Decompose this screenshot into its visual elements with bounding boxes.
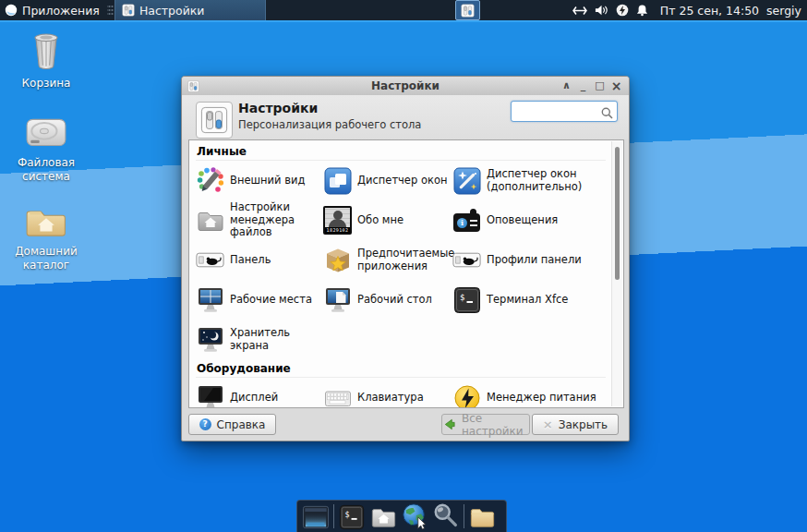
settings-item-panel[interactable]: Панель [196,240,323,280]
desktop-icon-filesystem[interactable]: Файловая система [2,116,90,184]
settings-item-notifications[interactable]: i Оповещения [452,200,609,240]
back-arrow-icon [442,417,456,431]
status-icons [572,4,648,17]
titlebar[interactable]: Настройки ∧ _ □ × [182,77,629,96]
window-manager-tweaks-icon [452,166,481,195]
titlebar-buttons: ∧ _ □ × [560,79,629,93]
search-icon[interactable] [432,502,460,530]
hardware-items-grid: Дисплей Клавиатура Менеджер питания [196,378,609,408]
applications-menu-button[interactable]: Приложения [0,0,106,20]
desktop-icon-trash[interactable]: Корзина [2,31,90,91]
preferred-applications-icon [323,246,352,274]
settings-item-about-me[interactable]: 1829102 Обо мне [323,200,452,240]
terminal-icon[interactable]: $ [338,502,366,530]
dock: $ [296,500,507,532]
desktop-icon-label: Домашний каталог [2,245,90,272]
settings-window: Настройки ∧ _ □ × Настройки Персонализац… [181,76,630,441]
settings-item-appearance[interactable]: Внешний вид [196,161,323,200]
notifications-bell-icon[interactable] [636,4,648,17]
settings-item-window-manager-tweaks[interactable]: Диспетчер окон (дополнительно) [452,161,609,200]
settings-item-power-manager[interactable]: Менеджер питания [452,378,609,408]
scrollbar-thumb[interactable] [615,147,620,280]
desktop-icon-label: Файловая система [2,156,90,184]
notifications-icon: i [452,206,481,235]
help-button[interactable]: ? Справка [188,414,276,435]
home-folder-icon [24,224,68,242]
keyboard-icon [323,383,352,408]
settings-manager-icon [196,102,233,139]
personal-items-grid: Внешний вид Диспетчер окон Диспетчер око… [196,161,609,359]
search-box [511,101,618,122]
desktop-icon-home[interactable]: Домашний каталог [2,205,90,272]
clock[interactable]: Пт 25 сен, 14:50 [660,4,759,18]
display-icon [196,383,224,408]
web-browser-icon[interactable] [401,502,428,530]
volume-icon[interactable] [595,5,608,16]
panel-grip [107,4,114,17]
power-manager-icon [452,383,481,408]
trash-icon [29,56,64,74]
file-manager-icon[interactable] [369,502,397,530]
tray-settings-manager-button[interactable] [455,0,480,20]
screen: Приложения Настройки [0,0,807,532]
appearance-icon [196,166,224,195]
applications-menu-label: Приложения [22,4,100,18]
close-icon: × [543,417,553,431]
user-menu[interactable]: sergiy [766,4,801,18]
close-button[interactable]: × [609,79,623,93]
wallpaper-highlight [0,20,807,22]
settings-item-panel-profiles[interactable]: Профили панели [452,240,609,280]
scrollbar-track[interactable] [611,141,622,406]
folder-icon[interactable] [468,502,496,530]
page-title: Настройки [238,101,318,115]
settings-item-screensaver[interactable]: Хранитель экрана [196,320,323,359]
filesystem-drive-icon [25,136,67,153]
settings-item-window-manager[interactable]: Диспетчер окон [323,161,452,200]
window-header: Настройки Персонализация рабочего стола [182,95,629,139]
desktop-icon-label: Корзина [2,77,90,91]
taskbar-window-label: Настройки [139,4,205,18]
terminal-icon: $ [452,285,481,314]
screensaver-icon [196,325,224,354]
settings-item-desktop[interactable]: Рабочий стол [323,280,452,320]
help-icon: ? [199,418,211,430]
panel-profiles-icon [452,246,481,274]
settings-item-preferred-applications[interactable]: Предпочитаемые приложения [323,240,452,280]
all-settings-button[interactable]: Все настройки [441,414,530,435]
settings-list-panel: Личные Внешний вид Диспетчер окон [188,139,624,408]
power-icon[interactable] [616,4,629,17]
system-tray: Пт 25 сен, 14:50 sergiy [455,0,807,20]
file-manager-settings-icon [196,206,224,235]
shade-button[interactable]: ∧ [560,79,573,93]
xubuntu-logo-icon [5,4,18,17]
settings-manager-icon [461,4,475,18]
panel-icon [196,246,224,274]
search-magnifier-icon [601,105,613,123]
desktop-icon [323,285,352,314]
page-subtitle: Персонализация рабочего стола [238,118,421,131]
close-window-button[interactable]: × Закрыть [532,414,619,435]
about-me-icon: 1829102 [323,206,352,235]
section-title-personal: Личные [196,142,606,161]
settings-manager-icon [122,4,135,17]
svg-text:$: $ [460,292,464,301]
workspaces-icon [196,285,224,314]
window-manager-icon [323,166,352,195]
top-panel: Приложения Настройки [0,0,807,20]
svg-text:$: $ [345,510,350,519]
minimize-button[interactable]: _ [576,79,590,93]
dock-separator [333,504,334,528]
settings-item-terminal[interactable]: $ Терминал Xfce [452,280,609,320]
settings-item-display[interactable]: Дисплей [196,378,323,408]
maximize-button[interactable]: □ [593,79,607,93]
settings-item-keyboard[interactable]: Клавиатура [323,378,452,408]
section-title-hardware: Оборудование [196,359,606,378]
network-icon[interactable] [572,6,587,16]
dock-separator [464,504,464,528]
taskbar-window-button[interactable]: Настройки [114,0,266,20]
show-desktop-icon[interactable] [302,502,330,530]
settings-item-workspaces[interactable]: Рабочие места [196,280,323,320]
settings-item-file-manager[interactable]: Настройки менеджера файлов [196,200,323,240]
